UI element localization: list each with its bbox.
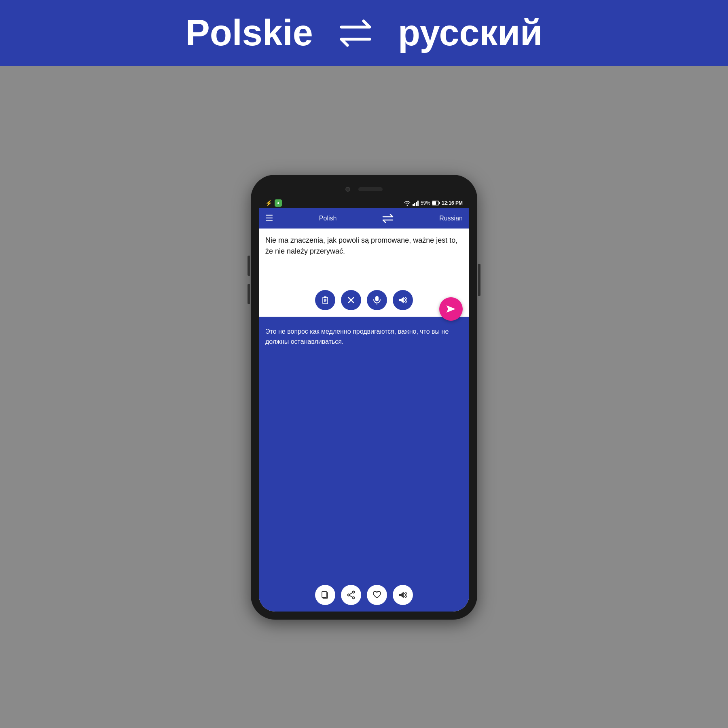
svg-rect-14: [375, 296, 379, 301]
phone-device: ⚡ ●: [251, 175, 477, 620]
phone-speaker: [358, 187, 383, 191]
svg-rect-5: [432, 201, 436, 205]
output-area: Это не вопрос как медленно продвигаются,…: [259, 317, 469, 612]
toolbar-swap-button[interactable]: [382, 214, 394, 223]
svg-rect-6: [439, 202, 440, 204]
banner-source-lang: Polskie: [186, 12, 313, 54]
banner-swap-icon[interactable]: [337, 19, 374, 47]
app-notification-icon: ●: [275, 199, 282, 207]
svg-line-23: [349, 593, 353, 595]
favorite-button[interactable]: [367, 585, 387, 605]
power-button[interactable]: [478, 264, 480, 296]
output-volume-button[interactable]: [393, 585, 413, 605]
battery-icon: [432, 201, 440, 205]
time-display: 12:16 PM: [442, 200, 463, 206]
phone-top-bar: [259, 183, 469, 198]
output-actions: [265, 585, 463, 605]
send-button[interactable]: [439, 297, 463, 321]
banner-target-lang: русский: [398, 12, 542, 54]
signal-icon: [413, 200, 419, 206]
svg-marker-17: [447, 305, 455, 313]
clear-button[interactable]: [341, 290, 361, 310]
volume-up-button[interactable]: [248, 256, 250, 276]
copy-button[interactable]: [315, 585, 335, 605]
svg-point-21: [348, 594, 350, 596]
svg-rect-19: [322, 592, 327, 597]
input-actions: [265, 290, 463, 310]
battery-percent: 59%: [421, 200, 430, 206]
app-content: ☰ Polish Russian Nie ma znaczenia, jak p…: [259, 208, 469, 612]
status-bar: ⚡ ●: [259, 198, 469, 208]
wifi-icon: [404, 200, 411, 206]
volume-down-button[interactable]: [248, 284, 250, 304]
share-button[interactable]: [341, 585, 361, 605]
svg-line-24: [349, 595, 353, 597]
input-area: Nie ma znaczenia, jak powoli są promowan…: [259, 229, 469, 317]
phone-wrapper: ⚡ ●: [251, 66, 477, 728]
svg-rect-8: [324, 296, 326, 298]
svg-point-22: [353, 597, 355, 599]
toolbar-target-lang[interactable]: Russian: [439, 215, 463, 222]
status-right: 59% 12:16 PM: [404, 200, 463, 206]
input-text[interactable]: Nie ma znaczenia, jak powoli są promowan…: [265, 235, 463, 284]
toolbar-source-lang[interactable]: Polish: [319, 215, 337, 222]
svg-rect-0: [413, 204, 414, 206]
svg-rect-3: [417, 201, 419, 206]
svg-marker-25: [399, 592, 404, 598]
menu-button[interactable]: ☰: [265, 213, 273, 224]
status-left: ⚡ ●: [265, 199, 282, 207]
app-toolbar: ☰ Polish Russian: [259, 208, 469, 229]
top-banner: Polskie русский: [0, 0, 728, 66]
microphone-button[interactable]: [367, 290, 387, 310]
clipboard-button[interactable]: [315, 290, 335, 310]
front-camera: [345, 187, 350, 192]
svg-marker-16: [399, 297, 404, 303]
svg-rect-2: [416, 202, 417, 206]
output-text: Это не вопрос как медленно продвигаются,…: [265, 323, 463, 581]
input-volume-button[interactable]: [393, 290, 413, 310]
svg-rect-1: [414, 203, 415, 206]
usb-icon: ⚡: [265, 200, 272, 206]
svg-point-20: [353, 591, 355, 593]
